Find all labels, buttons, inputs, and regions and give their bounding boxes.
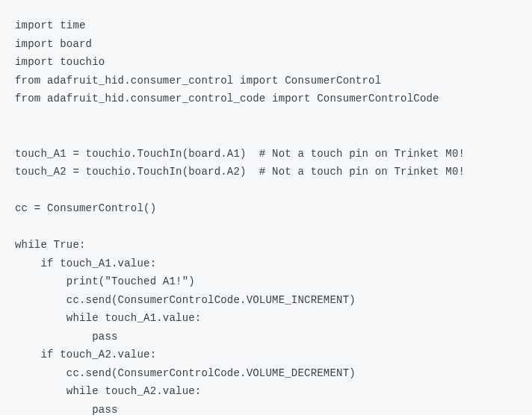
code-line: cc = ConsumerControl(): [15, 199, 517, 218]
code-line: pass: [15, 328, 517, 346]
blank-line: [15, 181, 517, 200]
blank-line: [15, 108, 517, 127]
code-line: while touch_A2.value:: [15, 382, 517, 401]
code-line: if touch_A2.value:: [15, 346, 517, 364]
code-line: cc.send(ConsumerControlCode.VOLUME_INCRE…: [15, 291, 517, 310]
code-line: touch_A1 = touchio.TouchIn(board.A1) # N…: [15, 145, 517, 163]
code-line: import touchio: [15, 53, 517, 72]
code-line: from adafruit_hid.consumer_control impor…: [15, 72, 517, 90]
code-line: touch_A2 = touchio.TouchIn(board.A2) # N…: [15, 163, 517, 181]
code-line: pass: [15, 401, 517, 416]
code-line: cc.send(ConsumerControlCode.VOLUME_DECRE…: [15, 364, 517, 383]
code-line: if touch_A1.value:: [15, 255, 517, 273]
code-line: print("Touched A1!"): [15, 272, 517, 291]
code-line: while touch_A1.value:: [15, 309, 517, 328]
code-line: from adafruit_hid.consumer_control_code …: [15, 90, 517, 108]
blank-line: [15, 126, 517, 145]
code-line: while True:: [15, 236, 517, 255]
code-block: import time import board import touchio …: [15, 16, 517, 415]
code-line: import board: [15, 35, 517, 54]
code-line: import time: [15, 16, 517, 35]
blank-line: [15, 218, 517, 237]
